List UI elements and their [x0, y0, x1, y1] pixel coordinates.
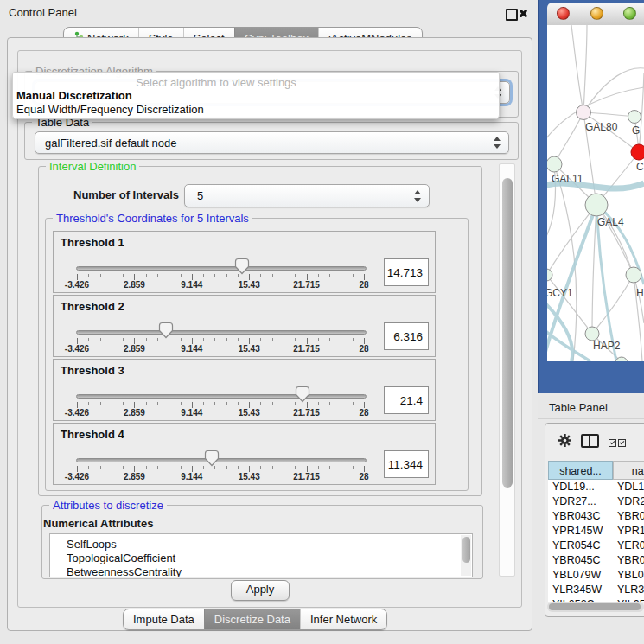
slider-tick-label: 15.43: [239, 280, 260, 290]
network-edges: [547, 25, 644, 361]
network-node-g[interactable]: [628, 111, 641, 124]
threshold-row-4: Threshold 4-3.4262.8599.14415.4321.71528…: [53, 423, 436, 485]
algorithm-popup: Select algorithm to view settings Manual…: [12, 72, 500, 119]
number-of-intervals-combobox[interactable]: 5: [184, 184, 430, 207]
table-row[interactable]: YDL19...YDL19...: [548, 480, 644, 494]
table-cell-shared-name: YBR043C: [548, 509, 613, 524]
algorithm-option-manual-discretization[interactable]: Manual Discretization: [16, 89, 496, 102]
mac-minimize-icon[interactable]: [590, 7, 603, 20]
apply-button[interactable]: Apply: [231, 580, 290, 601]
slider-thumb[interactable]: [158, 322, 174, 339]
algorithm-option-equal-width-frequency-discretization[interactable]: Equal Width/Frequency Discretization: [16, 103, 496, 116]
network-node-gcy1[interactable]: [547, 269, 552, 281]
close-icon[interactable]: [518, 8, 529, 19]
column-header-name[interactable]: name: [613, 461, 644, 480]
slider-tick-label: -3.426: [65, 280, 89, 290]
table-data-value: galFiltered.sif default node: [35, 137, 494, 150]
table-panel: shared... name YDL19...YDL19...YDR27...Y…: [545, 423, 644, 617]
slider-track[interactable]: [76, 266, 367, 271]
table-panel-header: Table Panel: [538, 396, 644, 419]
combo-arrows-icon: [494, 137, 501, 149]
tab-impute-data[interactable]: Impute Data: [124, 609, 204, 629]
mac-close-icon[interactable]: [557, 7, 570, 20]
table-cell-shared-name: YER054C: [548, 539, 613, 553]
attributes-list-scrollbar[interactable]: [461, 535, 471, 576]
settings-scrollbar-thumb[interactable]: [502, 178, 513, 488]
network-node-c[interactable]: [631, 144, 644, 160]
threshold-value-box[interactable]: 11.344: [384, 450, 429, 478]
threshold-value-box[interactable]: 14.713: [384, 258, 429, 286]
slider-tick-label: 21.715: [293, 280, 320, 290]
slider-tick-label: -3.426: [65, 344, 89, 354]
table-row[interactable]: YDR27...YDR27...: [548, 494, 644, 509]
threshold-row-2: Threshold 2-3.4262.8599.14415.4321.71528…: [53, 295, 436, 357]
table-cell-name: YPR145W: [613, 524, 644, 539]
attributes-list-scrollbar-thumb[interactable]: [462, 537, 470, 563]
thresholds-group-title: Threshold's Coordinates for 5 Intervals: [53, 212, 252, 225]
slider-thumb[interactable]: [295, 386, 310, 403]
slider-thumb[interactable]: [204, 450, 220, 467]
network-node-hap2[interactable]: [585, 327, 599, 341]
column-header-shared-name[interactable]: shared...: [548, 461, 613, 480]
slider-thumb[interactable]: [234, 258, 250, 275]
numerical-attributes-label: Numerical Attributes: [43, 517, 153, 530]
table-hscrollbar-thumb[interactable]: [549, 603, 641, 610]
table-row[interactable]: YLR345WYLR345W: [548, 583, 644, 597]
attribute-item-topologicalcoefficient[interactable]: TopologicalCoefficient: [50, 552, 472, 565]
table-row[interactable]: YER054CYER054C: [548, 539, 644, 553]
table-row[interactable]: YBL079WYBL079W: [548, 568, 644, 583]
network-node-gal80[interactable]: [577, 105, 591, 120]
network-window-titlebar[interactable]: [547, 3, 644, 26]
network-node-gal4[interactable]: [585, 194, 608, 216]
threshold-value-box[interactable]: 6.316: [384, 322, 429, 350]
table-row[interactable]: YPR145WYPR145W: [548, 524, 644, 539]
slider-tick-label: 9.144: [181, 280, 202, 290]
slider-track[interactable]: [76, 394, 367, 399]
slider-major-ticks: [77, 274, 366, 280]
column-visibility-icons[interactable]: [609, 437, 628, 450]
slider-tick-label: 2.859: [124, 472, 145, 481]
threshold-label: Threshold 3: [61, 364, 124, 377]
table-cell-name: YLR345W: [613, 583, 644, 597]
slider-tick-label: 15.43: [239, 344, 260, 354]
slider-tick-label: 9.144: [181, 344, 202, 354]
threshold-value-box[interactable]: 21.4: [384, 386, 429, 414]
settings-scrollbar[interactable]: [499, 163, 515, 577]
table-cell-shared-name: YPR145W: [548, 524, 613, 539]
network-node-label: C: [636, 161, 644, 173]
algorithm-placeholder-text: Select algorithm to view settings: [13, 76, 419, 89]
network-canvas[interactable]: GAL80GCGAL11GAL4GCY1HHAP2: [547, 25, 644, 361]
slider-track[interactable]: [76, 330, 367, 335]
table-cell-shared-name: YDL19...: [548, 480, 613, 494]
table-cell-name: YBL079W: [613, 568, 644, 583]
split-columns-icon[interactable]: [581, 434, 599, 448]
network-node-h[interactable]: [626, 267, 641, 283]
slider-tick-label: 28: [359, 472, 368, 481]
table-row[interactable]: YBR045CYBR045C: [548, 553, 644, 568]
table-data-combobox[interactable]: galFiltered.sif default node: [35, 131, 509, 154]
slider-track[interactable]: [76, 458, 367, 462]
slider-tick-label: 28: [359, 280, 368, 290]
network-node-gal11[interactable]: [547, 156, 562, 172]
tab-label: Discretize Data: [214, 613, 290, 626]
attribute-item-selfloops[interactable]: SelfLoops: [50, 538, 472, 552]
attribute-item-betweennesscentrality[interactable]: BetweennessCentrality: [50, 565, 472, 577]
table-panel-title: Table Panel: [549, 401, 608, 414]
gear-icon[interactable]: [558, 433, 572, 448]
table-cell-shared-name: YBR045C: [548, 553, 613, 568]
network-node-label: GAL80: [585, 121, 618, 133]
threshold-label: Threshold 2: [61, 300, 124, 313]
mac-zoom-icon[interactable]: [623, 7, 636, 20]
table-cell-name: YBR045C: [613, 553, 644, 568]
table-cell-name: YBR043C: [613, 509, 644, 524]
slider-tick-label: 21.715: [293, 472, 320, 481]
float-window-icon[interactable]: [506, 9, 518, 21]
table-row[interactable]: YBR043CYBR043C: [548, 509, 644, 524]
table-cell-name: YER054C: [613, 539, 644, 553]
tab-discretize-data[interactable]: Discretize Data: [204, 609, 300, 629]
numerical-attributes-list[interactable]: SelfLoopsTopologicalCoefficientBetweenne…: [49, 533, 473, 577]
tab-infer-network[interactable]: Infer Network: [300, 609, 386, 629]
slider-tick-label: 2.859: [124, 280, 145, 290]
slider-tick-label: 21.715: [293, 344, 320, 354]
table-hscrollbar[interactable]: [547, 602, 644, 612]
